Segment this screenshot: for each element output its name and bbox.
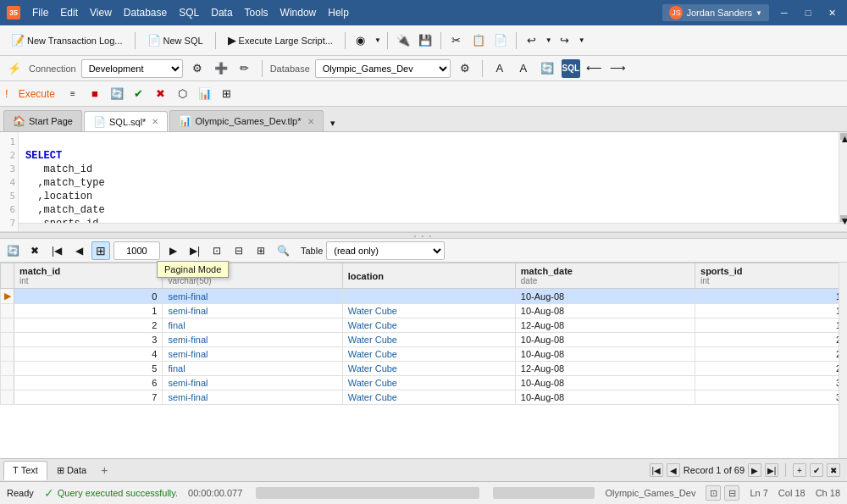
execute-options-button[interactable]: ≡: [64, 85, 82, 103]
record-delete-button[interactable]: ✖: [827, 463, 840, 477]
col-header-match-id[interactable]: match_idint: [14, 263, 163, 289]
results-last-button[interactable]: ▶|: [185, 241, 204, 260]
menu-edit[interactable]: Edit: [55, 5, 83, 20]
col-header-sports-id[interactable]: sports_idint: [695, 263, 847, 289]
connection-select[interactable]: Development: [81, 59, 183, 78]
db-settings-button[interactable]: ⚙: [456, 59, 474, 78]
stop-button[interactable]: ■: [86, 85, 104, 103]
new-sql-button[interactable]: 📄 New SQL: [141, 30, 209, 50]
export-button[interactable]: ⬡: [174, 85, 192, 103]
results-first-button[interactable]: |◀: [47, 241, 66, 260]
col-header-location[interactable]: location: [342, 263, 515, 289]
font-size-button[interactable]: A: [514, 59, 533, 78]
results-table-view-button[interactable]: ⊡: [208, 241, 226, 260]
menu-data[interactable]: Data: [206, 5, 237, 20]
wrap-button[interactable]: ⟵: [585, 59, 604, 78]
conn-settings-button[interactable]: ⚙: [188, 59, 207, 78]
status-database: Olympic_Games_Dev: [605, 488, 695, 498]
conn-edit-button[interactable]: ✏: [235, 59, 254, 78]
status-icon-1[interactable]: ⊡: [706, 485, 721, 501]
tab-tlp[interactable]: 📊 Olympic_Games_Dev.tlp* ✕: [169, 110, 323, 131]
indent-button[interactable]: ⟶: [609, 59, 628, 78]
database-select[interactable]: Olympic_Games_Dev: [315, 59, 451, 78]
editor-vscroll[interactable]: ▲ ▼: [839, 132, 847, 223]
font-button[interactable]: A: [490, 59, 509, 78]
menu-sql[interactable]: SQL: [174, 5, 204, 20]
menu-tools[interactable]: Tools: [240, 5, 274, 20]
record-prev-button[interactable]: ◀: [667, 463, 680, 477]
new-transaction-log-button[interactable]: 📝 New Transaction Log...: [5, 30, 129, 50]
commit-button[interactable]: ✔: [130, 85, 148, 103]
conn-new-button[interactable]: ➕: [212, 59, 230, 78]
menu-file[interactable]: File: [27, 5, 53, 20]
results-stop-button[interactable]: ✖: [25, 241, 44, 260]
menu-window[interactable]: Window: [275, 5, 322, 20]
tab-sql[interactable]: 📄 SQL.sql* ✕: [84, 111, 168, 132]
save-button[interactable]: 💾: [416, 31, 435, 50]
menu-database[interactable]: Database: [119, 5, 172, 20]
menu-view[interactable]: View: [85, 5, 117, 20]
tab-text[interactable]: T Text: [3, 461, 47, 480]
editor-resize-handle[interactable]: • • •: [0, 232, 847, 239]
tab-start-page[interactable]: 🏠 Start Page: [3, 110, 82, 131]
close-button[interactable]: ✕: [823, 4, 840, 21]
import-button[interactable]: 📊: [196, 85, 214, 103]
user-dropdown-icon[interactable]: ▼: [756, 9, 762, 17]
results-refresh-button[interactable]: 🔄: [3, 241, 22, 260]
execute-large-script-button[interactable]: ▶ Execute Large Script...: [222, 30, 339, 50]
paste-button[interactable]: 📄: [491, 31, 510, 50]
table-select[interactable]: (read only) (editable): [326, 241, 445, 260]
undo-dropdown[interactable]: ▼: [545, 36, 552, 44]
tab-more-button[interactable]: ▾: [325, 115, 340, 131]
browse-dropdown[interactable]: ▼: [374, 36, 381, 44]
results-grid-button[interactable]: ⊞: [91, 241, 110, 260]
menu-help[interactable]: Help: [323, 5, 354, 20]
copy-button[interactable]: 📋: [469, 31, 488, 50]
record-next-button[interactable]: ▶: [748, 463, 761, 477]
connect-button[interactable]: 🔌: [394, 31, 412, 50]
results-pivot-button[interactable]: ⊞: [252, 241, 270, 260]
rollback-button[interactable]: ✖: [152, 85, 170, 103]
tab-sql-close[interactable]: ✕: [152, 117, 158, 126]
table-row[interactable]: 4semi-finalWater Cube10-Aug-082: [1, 347, 847, 362]
vscroll-up[interactable]: ▲: [840, 133, 847, 140]
data-grid[interactable]: match_idint match_typevarchar(50) locati…: [0, 263, 847, 458]
refresh-execute-button[interactable]: 🔄: [108, 85, 126, 103]
record-edit-button[interactable]: ✔: [810, 463, 823, 477]
page-size-input[interactable]: [113, 241, 160, 260]
table-row[interactable]: 2finalWater Cube12-Aug-081: [1, 318, 847, 333]
status-icon-2[interactable]: ⊟: [724, 485, 739, 501]
table-row[interactable]: ▶0semi-final10-Aug-081: [1, 289, 847, 304]
record-first-button[interactable]: |◀: [650, 463, 663, 477]
results-next-button[interactable]: ▶: [163, 241, 182, 260]
results-prev-button[interactable]: ◀: [69, 241, 88, 260]
maximize-button[interactable]: □: [800, 4, 817, 21]
redo-button[interactable]: ↪: [556, 31, 574, 50]
browse-button[interactable]: ◉: [352, 31, 370, 50]
cut-button[interactable]: ✂: [447, 31, 466, 50]
editor-hscroll[interactable]: [19, 223, 847, 231]
sql-mode-button[interactable]: SQL: [562, 59, 580, 78]
table-row[interactable]: 1semi-finalWater Cube10-Aug-081: [1, 304, 847, 318]
undo-button[interactable]: ↩: [523, 31, 541, 50]
grid-vscroll[interactable]: [839, 263, 847, 458]
refresh-button[interactable]: 🔄: [538, 59, 556, 78]
redo-dropdown[interactable]: ▼: [579, 36, 585, 44]
col-header-match-date[interactable]: match_datedate: [515, 263, 695, 289]
execute-button[interactable]: Execute: [14, 85, 60, 103]
sql-content[interactable]: SELECT match_id ,match_type ,location ,m…: [20, 132, 847, 232]
record-last-button[interactable]: ▶|: [765, 463, 778, 477]
vscroll-down[interactable]: ▼: [840, 215, 847, 222]
results-search-button[interactable]: 🔍: [274, 241, 292, 260]
minimize-button[interactable]: ─: [776, 4, 793, 21]
table-row[interactable]: 7semi-finalWater Cube10-Aug-083: [1, 390, 847, 405]
table-row[interactable]: 3semi-finalWater Cube10-Aug-082: [1, 333, 847, 347]
tab-data[interactable]: ⊞ Data: [47, 461, 96, 480]
results-form-view-button[interactable]: ⊟: [230, 241, 248, 260]
table-row[interactable]: 5finalWater Cube12-Aug-082: [1, 362, 847, 376]
tab-tlp-close[interactable]: ✕: [307, 117, 314, 126]
table-row[interactable]: 6semi-finalWater Cube10-Aug-083: [1, 376, 847, 390]
record-add-button[interactable]: +: [793, 463, 806, 477]
grid-toggle-button[interactable]: ⊞: [218, 85, 236, 103]
add-tab-button[interactable]: +: [96, 462, 113, 479]
